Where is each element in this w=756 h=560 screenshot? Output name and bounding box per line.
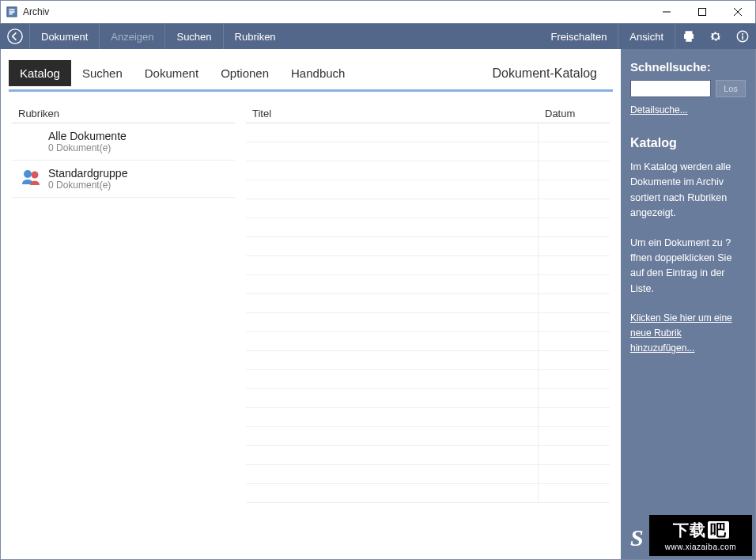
table-row[interactable] [246, 199, 610, 218]
window-controls [648, 1, 755, 23]
tab-suchen[interactable]: Suchen [71, 60, 134, 86]
svg-point-6 [24, 170, 32, 178]
table-row[interactable] [246, 408, 610, 427]
table-row[interactable] [246, 237, 610, 256]
sidebar: Schnellsuche: Los Detailsuche... Katalog… [621, 49, 755, 559]
svg-rect-5 [742, 36, 743, 40]
rubrik-count: 0 Dokument(e) [48, 142, 127, 153]
table-row[interactable] [246, 446, 610, 465]
main-toolbar: Dokument Anzeigen Suchen Rubriken Freisc… [0, 24, 756, 49]
detailsearch-link[interactable]: Detailsuche... [630, 104, 688, 115]
table-row[interactable] [246, 427, 610, 446]
table-row[interactable] [246, 123, 610, 142]
tab-underline [9, 89, 613, 92]
watermark-url: www.xiazaiba.com [665, 543, 736, 551]
decor-s-letter: S [630, 524, 644, 551]
window-title: Archiv [23, 6, 648, 17]
quicksearch-go-button[interactable]: Los [716, 80, 746, 97]
table-row[interactable] [246, 218, 610, 237]
table-row[interactable] [246, 313, 610, 332]
toolbar-item-dokument[interactable]: Dokument [30, 24, 99, 49]
page-title: Dokument-Katalog [492, 66, 613, 81]
svg-point-2 [7, 29, 21, 44]
tabs: Katalog Suchen Dokument Optionen Handbuc… [9, 60, 356, 86]
tab-handbuch[interactable]: Handbuch [280, 60, 356, 86]
main-content: Katalog Suchen Dokument Optionen Handbuc… [1, 49, 621, 559]
gear-icon[interactable] [702, 24, 729, 49]
sidebar-section-title: Katalog [630, 136, 746, 150]
rubrik-icon-blank [15, 130, 48, 131]
rubrik-name: Alle Dokumente [48, 130, 127, 142]
svg-point-7 [32, 172, 39, 179]
table-row[interactable] [246, 370, 610, 389]
toolbar-item-freischalten[interactable]: Freischalten [540, 24, 618, 49]
minimize-button[interactable] [648, 1, 684, 23]
rubrik-name: Standardgruppe [48, 167, 127, 180]
watermark: 下载吧 www.xiazaiba.com [649, 515, 752, 556]
rubriken-panel: Rubriken Alle Dokumente 0 Dokument(e) [1, 104, 246, 559]
table-row[interactable] [246, 256, 610, 275]
rubrik-item-alle-dokumente[interactable]: Alle Dokumente 0 Dokument(e) [12, 123, 235, 161]
app-icon [6, 6, 18, 18]
column-header-datum[interactable]: Datum [539, 104, 610, 123]
rubrik-item-standardgruppe[interactable]: Standardgruppe 0 Dokument(e) [12, 161, 235, 198]
table-row[interactable] [246, 465, 610, 484]
table-row[interactable] [246, 351, 610, 370]
table-row[interactable] [246, 142, 610, 161]
quicksearch-title: Schnellsuche: [630, 60, 746, 74]
group-icon [15, 167, 48, 186]
back-button[interactable] [0, 24, 30, 49]
toolbar-item-ansicht[interactable]: Ansicht [618, 24, 675, 49]
sidebar-help-text-1: Im Katalog werden alle Dokumente im Arch… [630, 160, 746, 221]
rubriken-header: Rubriken [12, 104, 235, 123]
titlebar: Archiv [0, 0, 756, 24]
sidebar-help-text-2: Um ein Dokument zu ?ffnen doppelklicken … [630, 236, 746, 297]
column-header-titel[interactable]: Titel [246, 104, 539, 123]
tab-optionen[interactable]: Optionen [210, 60, 280, 86]
info-icon[interactable] [729, 24, 756, 49]
table-row[interactable] [246, 275, 610, 294]
table-row[interactable] [246, 180, 610, 199]
toolbar-item-rubriken[interactable]: Rubriken [224, 24, 287, 49]
tab-katalog[interactable]: Katalog [9, 60, 71, 86]
tab-dokument[interactable]: Dokument [134, 60, 210, 86]
table-row[interactable] [246, 389, 610, 408]
document-list-header: Titel Datum [246, 104, 610, 123]
document-list-body [246, 123, 610, 503]
maximize-button[interactable] [684, 1, 720, 23]
quicksearch-input[interactable] [630, 80, 711, 97]
svg-point-4 [742, 33, 743, 35]
watermark-text-left: 下载 [673, 521, 706, 539]
toolbar-item-suchen[interactable]: Suchen [165, 24, 222, 49]
add-rubrik-link[interactable]: Klicken Sie hier um eine neue Rubrik hin… [630, 311, 746, 357]
table-row[interactable] [246, 484, 610, 503]
document-list-panel: Titel Datum [246, 104, 621, 559]
toolbar-item-anzeigen: Anzeigen [100, 24, 164, 49]
watermark-text-right: 吧 [708, 521, 729, 539]
table-row[interactable] [246, 332, 610, 351]
rubrik-count: 0 Dokument(e) [48, 180, 127, 191]
print-icon[interactable] [675, 24, 702, 49]
svg-rect-1 [698, 9, 705, 16]
close-button[interactable] [720, 1, 755, 23]
table-row[interactable] [246, 294, 610, 313]
table-row[interactable] [246, 161, 610, 180]
